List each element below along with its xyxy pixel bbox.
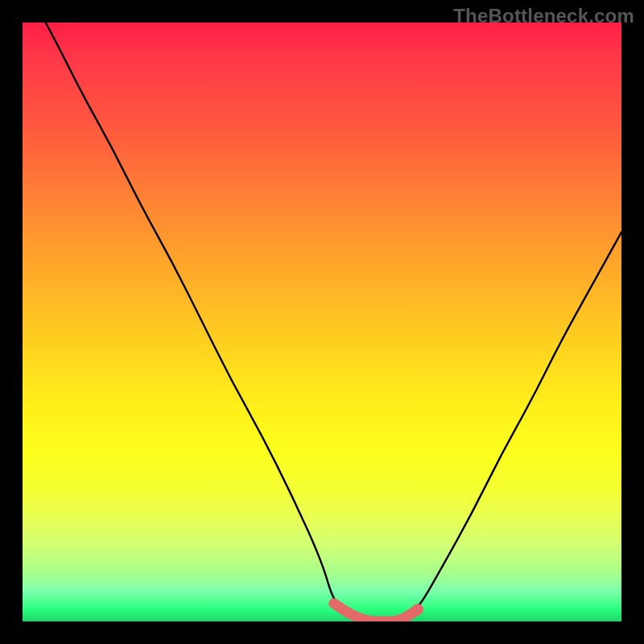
highlight-end-dot xyxy=(412,604,423,615)
highlight-segment xyxy=(334,604,418,621)
bottleneck-curve xyxy=(23,23,621,621)
chart-svg xyxy=(23,23,621,621)
chart-frame: TheBottleneck.com xyxy=(0,0,644,644)
plot-area xyxy=(23,23,621,621)
